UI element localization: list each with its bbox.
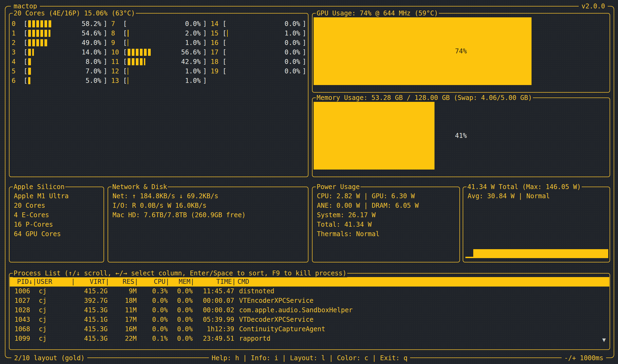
core-usage-percent: 0.0% [268,20,300,28]
core-usage-percent: 7.0% [69,67,101,75]
process-cell: cj [37,315,75,324]
network-disk-line: I/O: R 0.0B/s W 16.0KB/s [112,201,306,210]
cpu-core-column: 7[0.0%]8[2.0%]9[1.0%]10[56.6%]11[42.9%]1… [111,19,207,85]
column-header-label: VIRT [90,277,105,287]
core-number: 12 [111,67,119,75]
cpu-core-gauge: 10[56.6%] [111,47,207,57]
gauge-left-bracket: [ [223,58,226,66]
core-usage-bar [28,68,31,75]
gauge-right-bracket: ] [104,48,107,56]
gauge-left-bracket: [ [24,20,27,28]
column-header-res[interactable]: RES| [109,277,138,287]
process-cell: 1h12:39 [194,324,236,334]
memory-usage-panel: Memory Usage: 53.28 GB / 128.00 GB (Swap… [312,98,610,177]
column-header-cmd[interactable]: CMD [236,277,609,287]
process-cell: 0.0% [169,315,194,324]
core-usage-bar-zone [128,58,168,65]
gauge-right-bracket: ] [302,67,306,75]
process-cell: 1028 [10,306,37,315]
core-usage-bar-zone [128,49,168,56]
core-usage-percent: 0.0% [268,48,300,56]
core-usage-percent: 1.0% [168,67,201,75]
process-cell: 1043 [10,315,37,324]
core-usage-bar [128,30,128,37]
column-header-label: MEM [179,277,190,287]
process-cell: distnoted [236,287,609,296]
column-separator: | [191,277,194,287]
power-history-chart [465,249,608,258]
gauge-left-bracket: [ [123,77,127,84]
core-usage-percent: 0.0% [168,20,201,28]
core-usage-bar-zone [28,20,69,27]
power-history-info-lines: Avg: 30.84 W | Normal [468,191,608,201]
gpu-usage-panel: GPU Usage: 74% @ 644 MHz (59°C) 74% [312,13,610,93]
process-row[interactable]: 1068cj415.3G16M0.0%0.0%1h12:39Continuity… [10,324,609,334]
mactop-app: mactop v2.0.0 2/10 layout (gold) Help: h… [0,0,618,364]
core-usage-bar-zone [227,20,268,27]
process-cell: 16M [109,324,138,334]
process-row[interactable]: 1043cj415.1G17M0.0%0.0%05:39.99VTDecoder… [10,315,609,324]
process-cell: VTDecoderXPCService [236,315,609,324]
gauge-left-bracket: [ [223,48,226,56]
process-row[interactable]: 1006cj415.2G9M0.3%0.0%11:45.47distnoted [10,287,609,296]
power-usage-panel-title: Power Usage [316,183,360,191]
gauge-right-bracket: ] [302,30,306,37]
process-cell: cj [37,296,75,306]
power-history-panel-title: 41.34 W Total (Max: 146.05 W) [466,183,582,191]
core-usage-bar-zone [227,39,268,46]
core-number: 17 [211,48,218,56]
gauge-right-bracket: ] [203,77,207,84]
column-header-label: PID↓ [17,277,33,287]
cpu-core-gauge: 14[0.0%] [211,19,306,28]
column-header-mem[interactable]: MEM| [169,277,194,287]
core-usage-bar-zone [128,68,168,75]
column-header-virt[interactable]: VIRT| [75,277,109,287]
column-header-cpu[interactable]: CPU| [138,277,169,287]
memory-panel-title: Memory Usage: 53.28 GB / 128.00 GB (Swap… [316,94,533,102]
process-table-rows: 1006cj415.2G9M0.3%0.0%11:45.47distnoted1… [10,287,609,343]
core-usage-bar-zone [128,30,168,37]
process-cell: 11:45.47 [194,287,236,296]
cpu-core-gauge: 3[14.0%] [12,47,107,57]
process-row[interactable]: 1027cj392.7G18M0.0%0.0%00:00.07VTEncoder… [10,296,609,306]
gauge-right-bracket: ] [104,67,107,75]
core-usage-percent: 42.9% [168,58,201,66]
cpu-core-gauge: 18[0.0%] [211,57,306,66]
gauge-left-bracket: [ [223,30,226,37]
column-header-user[interactable]: USER| [37,277,75,287]
power-history-segment [473,249,608,258]
core-number: 15 [211,30,218,37]
cpu-core-gauges: 0[58.2%]1[54.6%]2[49.0%]3[14.0%]4[8.0%]5… [12,19,306,85]
core-usage-bar [28,77,30,84]
process-cell: 00:00.02 [194,306,236,315]
column-header-label: RES [123,277,134,287]
cpu-core-gauge: 12[1.0%] [111,66,207,76]
cpu-core-gauge: 17[0.0%] [211,47,306,57]
column-header-time[interactable]: TIME| [194,277,236,287]
scroll-down-icon[interactable]: ▼ [602,337,606,343]
network-disk-line: Mac HD: 7.6TB/7.8TB (260.9GB free) [112,210,306,220]
core-usage-percent: 1.0% [168,39,201,47]
cpu-core-gauge: 13[1.0%] [111,76,207,85]
gpu-usage-gauge: 74% [314,17,608,85]
process-cell: 00:00.07 [194,296,236,306]
process-cell: 0.0% [169,296,194,306]
power-usage-line: Total: 41.34 W [317,220,458,229]
process-cell: 415.3G [75,334,109,343]
column-separator: | [33,277,37,287]
process-row[interactable]: 1028cj415.3G11M0.0%0.0%00:00.02com.apple… [10,306,609,315]
process-cell: 0.0% [169,306,194,315]
power-history-panel: 41.34 W Total (Max: 146.05 W) Avg: 30.84… [463,187,610,262]
power-usage-line: System: 26.17 W [317,210,458,220]
power-average-line: Avg: 30.84 W | Normal [468,191,608,201]
column-header-pid[interactable]: PID↓| [10,277,37,287]
core-usage-bar [28,58,31,65]
core-usage-bar-zone [28,77,69,84]
cpu-core-gauge: 6[5.0%] [12,76,107,85]
process-row[interactable]: 1099cj415.3G22M0.1%0.0%23:49.51rapportd [10,334,609,343]
gauge-right-bracket: ] [203,58,207,66]
process-cell: 0.0% [169,287,194,296]
core-usage-bar-zone [227,49,268,56]
process-cell: 22M [109,334,138,343]
gauge-right-bracket: ] [203,20,207,28]
